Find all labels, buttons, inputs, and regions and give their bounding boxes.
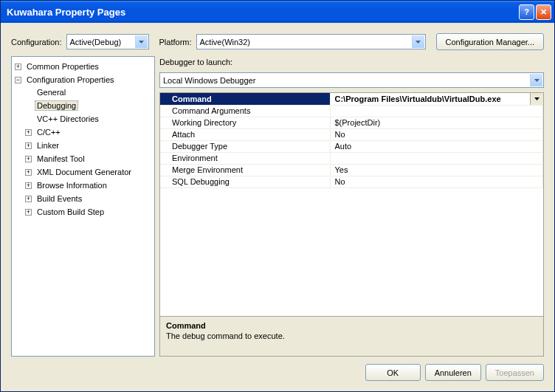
property-value[interactable]: No [330,176,543,188]
question-icon: ? [524,7,529,16]
property-name: Command [160,93,330,105]
description-panel: Command The debug command to execute. [160,316,543,356]
expand-icon[interactable]: + [15,63,21,70]
tree-item-configuration-properties[interactable]: − Configuration Properties [13,74,153,86]
expand-icon[interactable]: + [25,196,32,202]
window-title: Kuwahara Property Pages [7,7,519,18]
chevron-down-icon [412,35,424,48]
collapse-icon[interactable]: − [15,77,21,83]
description-text: The debug command to execute. [166,331,537,340]
tree-item-common-properties[interactable]: + Common Properties [13,61,153,72]
property-value[interactable]: $(ProjectDir) [330,117,543,128]
tree-item-cpp[interactable]: +C/C++ [24,126,153,138]
property-name: Attach [160,128,330,140]
ok-button[interactable]: OK [365,364,421,381]
expand-icon[interactable]: + [25,182,32,189]
debugger-launch-value: Local Windows Debugger [163,76,255,85]
expand-icon[interactable]: + [25,142,32,149]
debugger-launch-label: Debugger to launch: [159,56,544,68]
configuration-combo[interactable]: Active(Debug) [66,34,149,49]
property-value[interactable]: No [330,128,543,140]
expand-icon[interactable]: + [25,156,32,162]
chevron-down-icon [135,35,148,48]
close-icon: ✕ [540,7,547,17]
button-row: OK Annuleren Toepassen [1,357,554,391]
configuration-manager-button[interactable]: Configuration Manager... [436,33,544,50]
tree-item-debugging[interactable]: Debugging [24,100,153,111]
tree-item-custom-build-step[interactable]: +Custom Build Step [24,206,153,218]
titlebar-buttons: ? ✕ [519,4,551,20]
property-row[interactable]: Environment [160,152,543,164]
property-row[interactable]: SQL DebuggingNo [160,176,543,188]
property-value[interactable]: Yes [330,164,543,176]
chevron-down-icon [530,74,542,86]
property-pages-window: Kuwahara Property Pages ? ✕ Configuratio… [0,0,555,392]
debugger-launch-combo[interactable]: Local Windows Debugger [159,72,544,88]
property-grid: CommandC:\Program Files\Virtualdub\Virtu… [159,92,544,357]
property-name: Environment [160,152,330,164]
tree-item-build-events[interactable]: +Build Events [24,193,153,204]
help-button[interactable]: ? [519,4,534,20]
configuration-label: Configuration: [11,38,62,47]
property-row[interactable]: Debugger TypeAuto [160,140,543,152]
property-name: Working Directory [160,117,330,128]
chevron-down-icon[interactable] [530,93,542,105]
property-name: Debugger Type [160,140,330,152]
property-value[interactable] [330,152,543,164]
property-name: Command Arguments [160,105,330,117]
titlebar[interactable]: Kuwahara Property Pages ? ✕ [1,1,554,23]
platform-value: Active(Win32) [200,38,250,47]
property-grid-body[interactable]: CommandC:\Program Files\Virtualdub\Virtu… [160,93,543,316]
close-button[interactable]: ✕ [536,4,551,20]
tree-item-manifest-tool[interactable]: +Manifest Tool [24,153,153,165]
right-panel: Debugger to launch: Local Windows Debugg… [159,56,544,357]
expand-icon[interactable]: + [25,169,32,176]
property-row[interactable]: Command Arguments [160,105,543,117]
property-value[interactable]: C:\Program Files\Virtualdub\VirtualDub.e… [330,93,543,105]
platform-combo[interactable]: Active(Win32) [196,34,426,49]
property-name: SQL Debugging [160,176,330,188]
configuration-value: Active(Debug) [70,38,122,47]
description-title: Command [166,321,537,330]
cancel-button[interactable]: Annuleren [425,364,481,381]
property-value[interactable] [330,105,543,117]
expand-icon[interactable]: + [25,129,32,136]
tree-item-browse-information[interactable]: +Browse Information [24,179,153,191]
tree-item-vc-directories[interactable]: VC++ Directories [24,113,153,125]
tree-item-xml-document-generator[interactable]: +XML Document Generator [24,166,153,178]
property-name: Merge Environment [160,164,330,176]
tree-view[interactable]: + Common Properties − Configuration Prop… [11,56,155,357]
property-value[interactable]: Auto [330,140,543,152]
property-row[interactable]: Working Directory$(ProjectDir) [160,117,543,128]
property-row[interactable]: Merge EnvironmentYes [160,164,543,176]
apply-button[interactable]: Toepassen [486,364,544,381]
platform-label: Platform: [159,38,192,47]
property-row[interactable]: AttachNo [160,128,543,140]
tree-item-general[interactable]: General [24,86,153,98]
expand-icon[interactable]: + [25,209,32,216]
content-area: + Common Properties − Configuration Prop… [1,56,554,357]
property-row[interactable]: CommandC:\Program Files\Virtualdub\Virtu… [160,93,543,105]
tree-item-linker[interactable]: +Linker [24,140,153,151]
toolbar: Configuration: Active(Debug) Platform: A… [1,23,554,56]
